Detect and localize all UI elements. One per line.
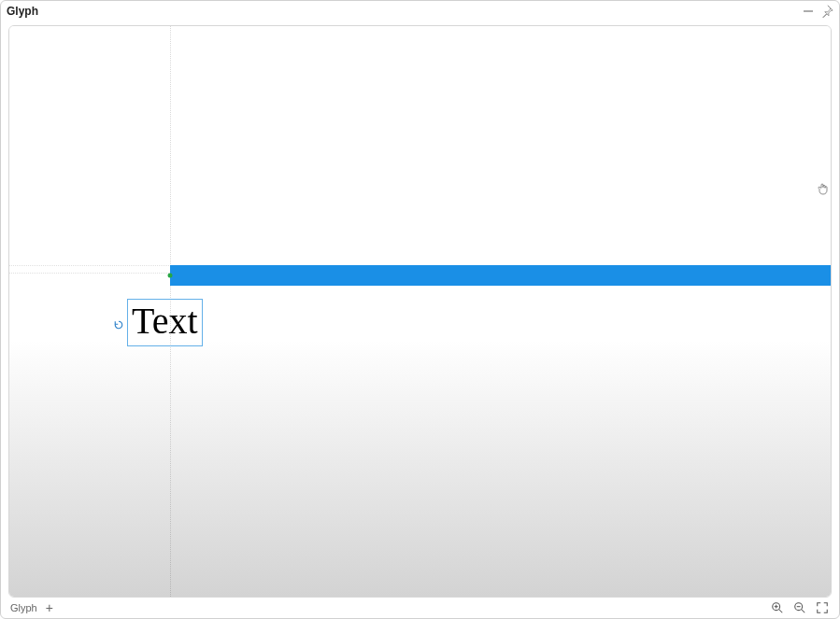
fit-view-icon[interactable] <box>815 600 830 615</box>
zoom-in-icon[interactable] <box>770 600 785 615</box>
pin-icon[interactable] <box>820 5 833 18</box>
svg-line-2 <box>779 610 783 613</box>
svg-line-6 <box>802 610 805 613</box>
baseline-highlight-bar <box>170 265 831 286</box>
glyph-panel: Glyph Text Glyph <box>0 0 840 619</box>
panel-header-controls <box>802 5 833 18</box>
status-right <box>770 600 830 615</box>
rotate-handle-icon[interactable] <box>112 318 125 331</box>
panel-header: Glyph <box>1 1 839 21</box>
tab-label[interactable]: Glyph <box>10 602 37 613</box>
hand-cursor-icon <box>816 181 832 198</box>
status-left: Glyph + <box>10 601 56 614</box>
text-object[interactable]: Text <box>127 299 203 346</box>
snap-indicator <box>168 274 173 278</box>
zoom-out-icon[interactable] <box>792 600 807 615</box>
glyph-canvas[interactable]: Text <box>9 26 831 597</box>
minimize-icon[interactable] <box>802 5 815 18</box>
status-bar: Glyph + <box>1 598 839 618</box>
panel-title: Glyph <box>7 5 38 18</box>
canvas-viewport[interactable]: Text <box>8 25 832 598</box>
add-tab-button[interactable]: + <box>43 601 56 614</box>
